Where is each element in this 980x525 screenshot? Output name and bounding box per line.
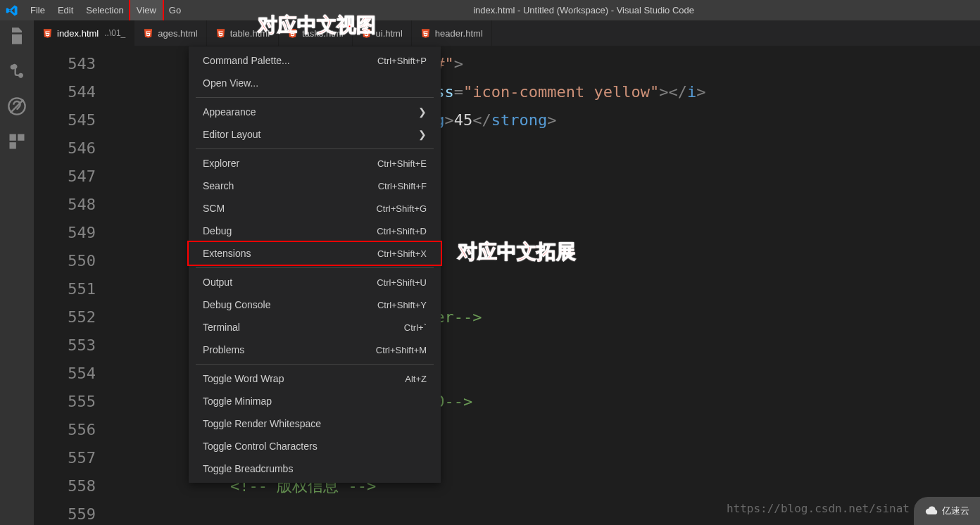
explorer-icon[interactable] bbox=[7, 26, 27, 49]
menu-selection[interactable]: Selection bbox=[80, 0, 130, 20]
editor[interactable]: 5435445455465475485495505515525535545555… bbox=[34, 46, 980, 525]
shortcut-label: Ctrl+Shift+X bbox=[377, 248, 427, 259]
menu-label: Search bbox=[203, 180, 234, 191]
menu-go[interactable]: Go bbox=[163, 0, 187, 20]
menu-terminal[interactable]: TerminalCtrl+` bbox=[189, 316, 441, 339]
watermark-brand: 亿速云 bbox=[914, 497, 980, 525]
tab-header-html[interactable]: header.html bbox=[412, 20, 492, 46]
watermark-brand-label: 亿速云 bbox=[942, 505, 969, 517]
menu-toggle-render-whitespace[interactable]: Toggle Render Whitespace bbox=[189, 412, 441, 435]
menu-problems[interactable]: ProblemsCtrl+Shift+M bbox=[189, 339, 441, 361]
view-menu-dropdown: Command Palette...Ctrl+Shift+POpen View.… bbox=[189, 46, 441, 483]
tab-helper: ..\01_ bbox=[104, 28, 125, 38]
menu-file[interactable]: File bbox=[24, 0, 51, 20]
shortcut-label: Ctrl+` bbox=[404, 322, 427, 333]
chevron-right-icon: ❯ bbox=[418, 106, 427, 118]
menu-label: Toggle Render Whitespace bbox=[203, 418, 321, 429]
menu-label: SCM bbox=[203, 203, 225, 214]
tab-ages-html[interactable]: ages.html bbox=[134, 20, 206, 46]
menu-explorer[interactable]: ExplorerCtrl+Shift+E bbox=[189, 152, 441, 175]
shortcut-label: Alt+Z bbox=[405, 374, 427, 384]
menu-scm[interactable]: SCMCtrl+Shift+G bbox=[189, 197, 441, 220]
menu-output[interactable]: OutputCtrl+Shift+U bbox=[189, 271, 441, 293]
menu-label: Toggle Breadcrumbs bbox=[203, 463, 293, 474]
menu-editor-layout[interactable]: Editor Layout❯ bbox=[189, 123, 441, 146]
tab-index-html[interactable]: index.html..\01_ bbox=[34, 20, 134, 46]
menu-label: Extensions bbox=[203, 248, 251, 259]
menu-appearance[interactable]: Appearance❯ bbox=[189, 101, 441, 123]
shortcut-label: Ctrl+Shift+Y bbox=[377, 300, 427, 310]
editor-main: 对应中文视图 对应中文拓展 index.html..\01_ages.htmlt… bbox=[34, 20, 980, 525]
shortcut-label: Ctrl+Shift+U bbox=[377, 277, 427, 288]
shortcut-label: Ctrl+Shift+E bbox=[377, 158, 427, 169]
shortcut-label: Ctrl+Shift+D bbox=[377, 226, 427, 236]
menu-label: Toggle Minimap bbox=[203, 396, 272, 407]
menu-bar: File Edit Selection View Go bbox=[24, 0, 187, 20]
menu-label: Open View... bbox=[203, 77, 258, 89]
menu-label: Toggle Control Characters bbox=[203, 441, 318, 452]
menu-label: Terminal bbox=[203, 322, 240, 333]
menu-label: Problems bbox=[203, 344, 244, 355]
menu-toggle-control-characters[interactable]: Toggle Control Characters bbox=[189, 435, 441, 457]
menu-command-palette-[interactable]: Command Palette...Ctrl+Shift+P bbox=[189, 49, 441, 72]
tab-label: index.html bbox=[57, 28, 99, 39]
menu-edit[interactable]: Edit bbox=[51, 0, 80, 20]
tab-label: ui.html bbox=[376, 28, 403, 39]
shortcut-label: Ctrl+Shift+P bbox=[377, 56, 427, 66]
menu-toggle-breadcrumbs[interactable]: Toggle Breadcrumbs bbox=[189, 457, 441, 480]
tab-label: ages.html bbox=[158, 28, 197, 39]
menu-toggle-minimap[interactable]: Toggle Minimap bbox=[189, 390, 441, 412]
menu-label: Toggle Word Wrap bbox=[203, 373, 284, 384]
menu-label: Debug bbox=[203, 225, 232, 236]
annotation-extensions: 对应中文拓展 bbox=[458, 239, 576, 265]
menu-open-view-[interactable]: Open View... bbox=[189, 72, 441, 94]
shortcut-label: Ctrl+Shift+F bbox=[378, 181, 427, 191]
tab-label: header.html bbox=[435, 28, 483, 39]
menu-view[interactable]: View bbox=[130, 0, 163, 20]
menu-debug[interactable]: DebugCtrl+Shift+D bbox=[189, 220, 441, 242]
menu-debug-console[interactable]: Debug ConsoleCtrl+Shift+Y bbox=[189, 293, 441, 316]
menu-toggle-word-wrap[interactable]: Toggle Word WrapAlt+Z bbox=[189, 367, 441, 390]
shortcut-label: Ctrl+Shift+G bbox=[376, 203, 427, 214]
watermark-url: https://blog.csdn.net/sinat bbox=[727, 502, 910, 515]
menu-label: Explorer bbox=[203, 158, 239, 169]
editor-tabs: index.html..\01_ages.htmltable.htmltasks… bbox=[34, 20, 980, 46]
chevron-right-icon: ❯ bbox=[418, 129, 427, 140]
menu-separator bbox=[196, 267, 434, 268]
menu-label: Debug Console bbox=[203, 299, 271, 310]
menu-separator bbox=[196, 364, 434, 365]
menu-extensions[interactable]: ExtensionsCtrl+Shift+X bbox=[189, 242, 441, 265]
menu-search[interactable]: SearchCtrl+Shift+F bbox=[189, 175, 441, 197]
menu-label: Editor Layout bbox=[203, 129, 261, 140]
menu-label: Appearance bbox=[203, 106, 256, 118]
shortcut-label: Ctrl+Shift+M bbox=[376, 345, 427, 355]
menu-label: Command Palette... bbox=[203, 55, 290, 66]
annotation-view: 对应中文视图 bbox=[258, 12, 376, 39]
title-bar: File Edit Selection View Go index.html -… bbox=[0, 0, 980, 20]
menu-separator bbox=[196, 97, 434, 98]
menu-label: Output bbox=[203, 277, 232, 288]
vscode-logo-icon bbox=[0, 4, 24, 17]
menu-separator bbox=[196, 148, 434, 149]
